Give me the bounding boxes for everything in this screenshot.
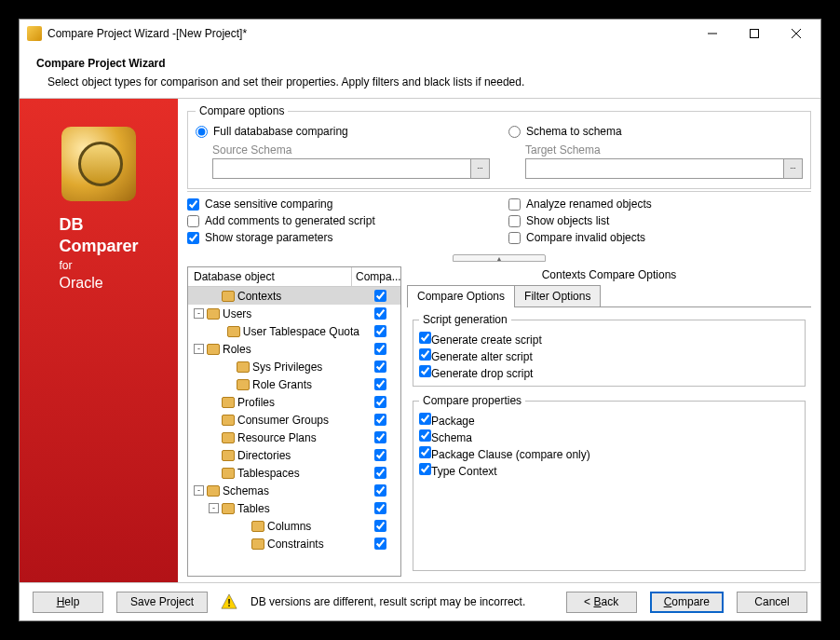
tree-compare-checkbox[interactable]	[374, 520, 386, 532]
tree-row[interactable]: -Schemas	[188, 482, 400, 499]
tree-compare-checkbox[interactable]	[374, 325, 386, 337]
tree-expander-icon[interactable]: -	[209, 503, 219, 513]
target-schema-label: Target Schema	[508, 143, 803, 157]
save-project-button[interactable]: Save Project	[116, 592, 208, 613]
tree-compare-checkbox[interactable]	[374, 538, 386, 550]
window-title: Compare Project Wizard -[New Project]*	[47, 27, 691, 40]
schema-to-schema-radio[interactable]	[508, 126, 521, 138]
folder-icon	[222, 291, 235, 302]
add-comments-checkbox[interactable]	[187, 215, 199, 227]
tree-row[interactable]: -Roles	[188, 340, 400, 358]
folder-icon	[207, 344, 220, 355]
folder-icon	[237, 361, 250, 373]
tree-compare-checkbox[interactable]	[374, 343, 386, 355]
window-controls	[691, 20, 817, 47]
show-storage-checkbox[interactable]	[187, 232, 199, 244]
bottom-bar: Help Save Project ! DB versions are diff…	[20, 583, 820, 620]
tree-header-compare[interactable]: Compa...	[352, 267, 400, 286]
tree-compare-checkbox[interactable]	[374, 484, 386, 497]
tree-expander-icon[interactable]: -	[194, 344, 204, 354]
gen-create-checkbox[interactable]	[419, 332, 431, 344]
tree-item-label: User Tablespace Quota	[243, 325, 359, 338]
target-schema-browse-button[interactable]: ···	[784, 158, 803, 179]
tree-item-label: Tablespaces	[237, 467, 300, 480]
gen-drop-label: Generate drop script	[431, 367, 533, 380]
maximize-button[interactable]	[733, 20, 775, 47]
tree-row[interactable]: Profiles	[188, 393, 400, 411]
tree-row[interactable]: -Tables	[188, 499, 400, 517]
prop-package-checkbox[interactable]	[419, 413, 431, 425]
gen-drop-checkbox[interactable]	[419, 365, 431, 377]
tree-row[interactable]: Directories	[188, 446, 400, 464]
tree-row[interactable]: Role Grants	[188, 375, 400, 393]
tree-compare-checkbox[interactable]	[374, 307, 386, 320]
tab-filter-options[interactable]: Filter Options	[514, 285, 601, 306]
app-icon	[27, 26, 42, 41]
tree-compare-checkbox[interactable]	[374, 378, 386, 390]
compare-props-legend: Compare properties	[419, 394, 525, 407]
tree-item-label: Schemas	[223, 484, 269, 497]
tree-row[interactable]: Constraints	[188, 535, 400, 552]
prop-typectx-checkbox[interactable]	[419, 463, 431, 475]
target-schema-input[interactable]	[525, 158, 784, 179]
splitter-handle-icon: ▲	[453, 254, 546, 262]
prop-typectx-label: Type Context	[431, 465, 497, 478]
tree-compare-checkbox[interactable]	[374, 502, 386, 514]
tree-row[interactable]: -Users	[188, 305, 400, 322]
tree-compare-checkbox[interactable]	[374, 361, 386, 373]
tab-compare-options[interactable]: Compare Options	[407, 285, 515, 306]
prop-package-label: Package	[431, 415, 475, 428]
full-db-radio[interactable]	[196, 126, 208, 138]
tree-compare-checkbox[interactable]	[374, 290, 386, 302]
source-schema-label: Source Schema	[196, 143, 490, 157]
folder-icon	[251, 521, 264, 532]
tree-compare-checkbox[interactable]	[374, 449, 386, 461]
tree-row[interactable]: User Tablespace Quota	[188, 322, 400, 340]
compare-invalid-checkbox[interactable]	[508, 232, 521, 244]
folder-icon	[207, 308, 220, 320]
tree-expander-icon[interactable]: -	[194, 308, 204, 319]
wizard-window: Compare Project Wizard -[New Project]* C…	[19, 19, 821, 621]
prop-pkgclause-checkbox[interactable]	[419, 446, 431, 458]
tree-row[interactable]: Columns	[188, 517, 400, 535]
tree-body[interactable]: Contexts-UsersUser Tablespace Quota-Role…	[188, 287, 400, 576]
case-sensitive-checkbox[interactable]	[187, 198, 199, 211]
close-button[interactable]	[775, 20, 817, 47]
tree-compare-checkbox[interactable]	[374, 431, 386, 443]
prop-schema-checkbox[interactable]	[419, 429, 431, 442]
compare-options-fieldset: Compare options Full datababase comparin…	[187, 104, 811, 189]
tree-compare-checkbox[interactable]	[374, 414, 386, 426]
full-db-label: Full datababase comparing	[213, 125, 348, 138]
tree-item-label: Users	[223, 307, 251, 320]
gen-alter-checkbox[interactable]	[419, 348, 431, 361]
tree-row[interactable]: Contexts	[188, 287, 400, 305]
show-objects-checkbox[interactable]	[508, 215, 521, 227]
minimize-button[interactable]	[691, 20, 733, 47]
back-button[interactable]: < Back	[566, 592, 637, 613]
tree-item-label: Columns	[267, 520, 311, 533]
source-schema-browse-button[interactable]: ···	[471, 158, 490, 179]
compare-button[interactable]: Compare	[650, 592, 724, 613]
splitter[interactable]: ▲	[187, 253, 811, 263]
tree-row[interactable]: Tablespaces	[188, 464, 400, 482]
source-schema-input[interactable]	[212, 158, 471, 179]
brand-line2: Comparer	[59, 236, 138, 257]
tree-compare-checkbox[interactable]	[374, 396, 386, 408]
folder-icon	[222, 468, 235, 479]
tree-row[interactable]: Resource Plans	[188, 429, 400, 446]
options-title: Contexts Compare Options	[407, 266, 811, 285]
svg-text:!: !	[227, 597, 231, 608]
folder-icon	[222, 397, 235, 408]
help-button[interactable]: Help	[33, 592, 103, 613]
analyze-renamed-checkbox[interactable]	[508, 198, 521, 211]
tree-header-object[interactable]: Database object	[188, 267, 352, 286]
cancel-button[interactable]: Cancel	[737, 592, 807, 613]
folder-icon	[207, 485, 220, 497]
tree-compare-checkbox[interactable]	[374, 467, 386, 479]
tree-item-label: Directories	[237, 449, 291, 462]
tree-expander-icon[interactable]: -	[194, 485, 204, 496]
tree-row[interactable]: Sys Privileges	[188, 358, 400, 375]
tree-row[interactable]: Consumer Groups	[188, 411, 400, 429]
tree-item-label: Tables	[237, 502, 270, 515]
gen-create-label: Generate create script	[431, 334, 542, 347]
